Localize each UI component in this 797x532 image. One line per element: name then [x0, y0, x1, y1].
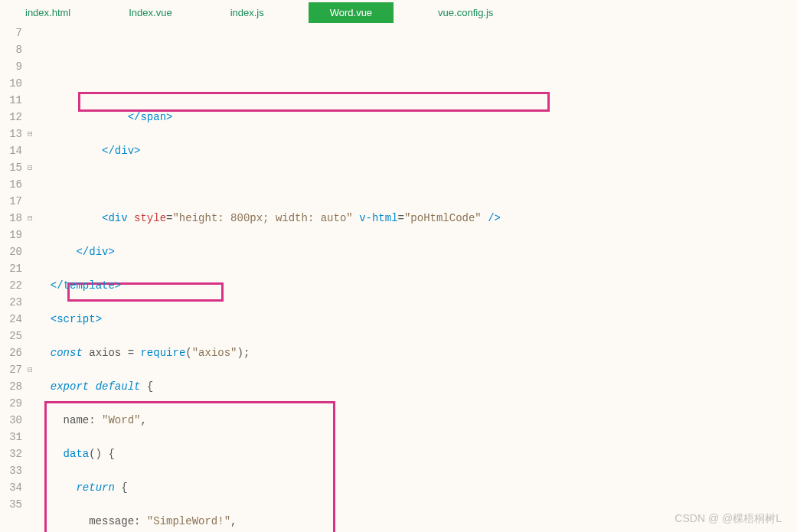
line-number: 18	[0, 210, 22, 227]
line-number: 33	[0, 462, 22, 479]
code-line[interactable]: message: "SimpleWord!",	[38, 513, 797, 530]
line-number: 32	[0, 446, 22, 462]
line-number: 27	[0, 361, 22, 378]
code-line[interactable]: </div>	[38, 142, 797, 159]
code-editor[interactable]: 7 8 9 10 11 12 13 14 15 16 17 18 19 20 2…	[0, 23, 797, 532]
fold-mark[interactable]	[27, 395, 38, 412]
code-line[interactable]: </span>	[38, 109, 797, 126]
line-number: 24	[0, 311, 22, 328]
fold-mark[interactable]	[27, 479, 38, 496]
fold-mark[interactable]	[27, 311, 38, 328]
line-number: 16	[0, 176, 22, 193]
fold-mark[interactable]	[27, 277, 38, 294]
fold-mark[interactable]: ⊟	[27, 126, 38, 142]
tab-word-vue[interactable]: Word.vue	[309, 2, 394, 23]
line-number: 35	[0, 496, 22, 513]
fold-mark[interactable]	[27, 260, 38, 277]
fold-mark[interactable]	[27, 41, 38, 58]
fold-mark[interactable]: ⊟	[27, 210, 38, 227]
line-number: 31	[0, 429, 22, 446]
line-number: 23	[0, 294, 22, 311]
fold-mark[interactable]	[27, 24, 38, 41]
line-number: 17	[0, 193, 22, 210]
code-line[interactable]: </div>	[38, 243, 797, 260]
line-number: 19	[0, 227, 22, 243]
tab-vue-config-js[interactable]: vue.config.js	[424, 2, 507, 23]
fold-mark[interactable]	[27, 92, 38, 109]
code-line[interactable]: data() {	[38, 446, 797, 462]
code-line[interactable]: <script>	[38, 311, 797, 328]
line-number: 7	[0, 24, 22, 41]
fold-mark[interactable]	[27, 193, 38, 210]
code-line[interactable]: name: "Word",	[38, 412, 797, 429]
fold-mark[interactable]	[27, 328, 38, 344]
code-line[interactable]: const axios = require("axios");	[38, 344, 797, 361]
code-line[interactable]: export default {	[38, 378, 797, 395]
line-number: 21	[0, 260, 22, 277]
fold-mark[interactable]: ⊟	[27, 361, 38, 378]
line-number: 14	[0, 142, 22, 159]
fold-gutter: ⊟ ⊟ ⊟ ⊟	[27, 23, 38, 532]
code-line[interactable]: </template>	[38, 277, 797, 294]
line-number: 29	[0, 395, 22, 412]
line-number: 13	[0, 126, 22, 142]
fold-mark[interactable]	[27, 227, 38, 243]
line-number: 10	[0, 75, 22, 92]
fold-mark[interactable]	[27, 429, 38, 446]
line-number: 28	[0, 378, 22, 395]
line-number: 25	[0, 328, 22, 344]
fold-mark[interactable]	[27, 412, 38, 429]
code-line[interactable]: return {	[38, 479, 797, 496]
line-number: 26	[0, 344, 22, 361]
fold-mark[interactable]	[27, 109, 38, 126]
fold-mark[interactable]	[27, 75, 38, 92]
fold-mark[interactable]	[27, 243, 38, 260]
fold-mark[interactable]	[27, 446, 38, 462]
fold-mark[interactable]	[27, 176, 38, 193]
tab-index-vue[interactable]: Index.vue	[115, 2, 185, 23]
fold-mark[interactable]	[27, 462, 38, 479]
fold-mark[interactable]	[27, 294, 38, 311]
fold-mark[interactable]	[27, 58, 38, 75]
line-number: 9	[0, 58, 22, 75]
line-number: 22	[0, 277, 22, 294]
line-number: 20	[0, 243, 22, 260]
fold-mark[interactable]	[27, 142, 38, 159]
code-content[interactable]: </span> </div> <div style="height: 800px…	[38, 23, 797, 532]
line-number: 11	[0, 92, 22, 109]
fold-mark[interactable]: ⊟	[27, 159, 38, 176]
line-number: 15	[0, 159, 22, 176]
line-number-gutter: 7 8 9 10 11 12 13 14 15 16 17 18 19 20 2…	[0, 23, 27, 532]
line-number: 8	[0, 41, 22, 58]
code-line[interactable]: <div style="height: 800px; width: auto" …	[38, 210, 797, 227]
tab-bar: index.html Index.vue index.js Word.vue v…	[0, 0, 797, 23]
tab-index-js[interactable]: index.js	[217, 2, 278, 23]
line-number: 30	[0, 412, 22, 429]
code-line[interactable]	[38, 176, 797, 193]
line-number: 12	[0, 109, 22, 126]
fold-mark[interactable]	[27, 378, 38, 395]
fold-mark[interactable]	[27, 496, 38, 513]
line-number: 34	[0, 479, 22, 496]
tab-index-html[interactable]: index.html	[11, 2, 84, 23]
fold-mark[interactable]	[27, 344, 38, 361]
